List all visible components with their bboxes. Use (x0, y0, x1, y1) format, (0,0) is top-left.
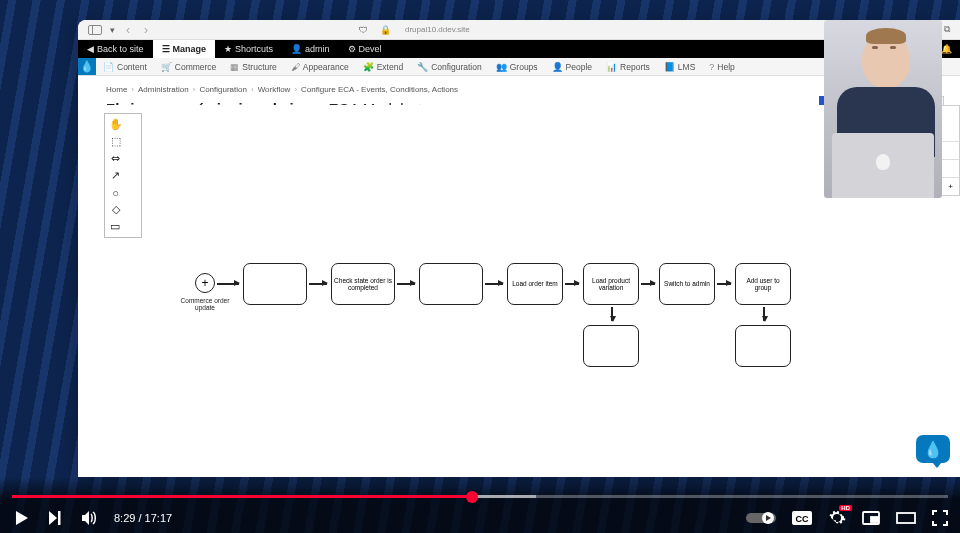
gateway-tool-icon[interactable]: ◇ (108, 202, 123, 217)
hamburger-icon: ☰ (162, 44, 170, 54)
breadcrumb: Home› Administration› Configuration› Wor… (106, 85, 944, 94)
chart-icon: 📊 (606, 62, 617, 72)
sequence-flow[interactable] (217, 283, 239, 285)
back-to-site-button[interactable]: ◀Back to site (78, 40, 153, 58)
drupal-chat-bubble[interactable]: 💧 (916, 435, 950, 463)
progress-bar[interactable] (12, 495, 948, 498)
sequence-flow[interactable] (309, 283, 327, 285)
star-icon: ★ (224, 44, 232, 54)
task-node[interactable] (243, 263, 307, 305)
groups-icon: 👥 (496, 62, 507, 72)
drupal-logo-icon[interactable]: 💧 (78, 58, 96, 75)
start-event-tool-icon[interactable]: ○ (108, 185, 123, 200)
captions-button[interactable]: CC (792, 511, 812, 525)
played-bar (12, 495, 472, 498)
menu-appearance[interactable]: 🖌Appearance (284, 58, 356, 75)
task-node[interactable] (419, 263, 483, 305)
menu-extend[interactable]: 🧩Extend (356, 58, 410, 75)
space-tool-icon[interactable]: ⇔ (108, 151, 123, 166)
shield-icon[interactable]: 🛡 (359, 25, 368, 35)
tabs-icon[interactable]: ⧉ (944, 24, 950, 35)
task-node[interactable]: Switch to admin (659, 263, 715, 305)
connect-tool-icon[interactable]: ↗ (108, 168, 123, 183)
menu-commerce[interactable]: 🛒Commerce (154, 58, 224, 75)
question-icon: ? (709, 62, 714, 72)
menu-people[interactable]: 👤People (545, 58, 599, 75)
menu-help[interactable]: ?Help (702, 58, 742, 75)
breadcrumb-item[interactable]: Configuration (199, 85, 247, 94)
svg-rect-7 (897, 513, 915, 523)
menu-groups[interactable]: 👥Groups (489, 58, 545, 75)
menu-reports[interactable]: 📊Reports (599, 58, 657, 75)
svg-text:CC: CC (796, 514, 809, 524)
scrubber-thumb[interactable] (466, 491, 478, 503)
presenter-webcam (824, 20, 942, 198)
task-node[interactable] (735, 325, 791, 367)
caret-left-icon: ◀ (87, 44, 94, 54)
next-button[interactable] (46, 509, 64, 527)
puzzle-icon: 🧩 (363, 62, 374, 72)
time-display: 8:29 / 17:17 (114, 512, 172, 524)
volume-button[interactable] (80, 509, 98, 527)
theater-button[interactable] (896, 511, 916, 525)
task-node[interactable]: Check state order is completed (331, 263, 395, 305)
play-button[interactable] (12, 509, 30, 527)
task-node[interactable] (583, 325, 639, 367)
hd-badge: HD (839, 505, 852, 511)
lock-icon: 🔒 (380, 25, 391, 35)
devel-tab[interactable]: ⚙Devel (339, 40, 391, 58)
sequence-flow[interactable] (641, 283, 655, 285)
file-icon: 📄 (103, 62, 114, 72)
brush-icon: 🖌 (291, 62, 300, 72)
svg-rect-0 (58, 511, 61, 525)
admin-user-tab[interactable]: 👤admin (282, 40, 339, 58)
task-node[interactable]: Add user to group (735, 263, 791, 305)
tool-palette: ✋ ⬚ ⇔ ↗ ○ ◇ ▭ (104, 113, 142, 238)
shortcuts-tab[interactable]: ★Shortcuts (215, 40, 282, 58)
cart-icon: 🛒 (161, 62, 172, 72)
menu-lms[interactable]: 📘LMS (657, 58, 702, 75)
lasso-tool-icon[interactable]: ⬚ (108, 134, 123, 149)
task-tool-icon[interactable]: ▭ (108, 219, 138, 234)
person-icon: 👤 (552, 62, 563, 72)
sequence-flow[interactable] (397, 283, 415, 285)
gear-icon: ⚙ (348, 44, 356, 54)
wrench-icon: 🔧 (417, 62, 428, 72)
video-controls: 8:29 / 17:17 CC HD (0, 477, 960, 533)
sequence-flow[interactable] (565, 283, 579, 285)
breadcrumb-item[interactable]: Home (106, 85, 127, 94)
sequence-flow[interactable] (485, 283, 503, 285)
breadcrumb-item[interactable]: Configure ECA - Events, Conditions, Acti… (301, 85, 458, 94)
menu-content[interactable]: 📄Content (96, 58, 154, 75)
url-text[interactable]: drupal10.ddev.site (405, 25, 470, 34)
miniplayer-button[interactable] (862, 511, 880, 525)
start-event[interactable]: + (195, 273, 215, 293)
menu-configuration[interactable]: 🔧Configuration (410, 58, 489, 75)
user-icon: 👤 (291, 44, 302, 54)
manage-tab[interactable]: ☰Manage (153, 40, 216, 58)
tab-dropdown-icon[interactable]: ▾ (110, 25, 115, 35)
sidebar-toggle-icon[interactable] (88, 25, 102, 35)
svg-rect-6 (871, 517, 878, 522)
task-node[interactable]: Load product variation (583, 263, 639, 305)
sequence-flow[interactable] (717, 283, 731, 285)
start-event-label: Commerce order update (177, 297, 233, 311)
forward-arrow-icon[interactable]: › (141, 23, 151, 37)
cube-icon: ▦ (230, 62, 239, 72)
apple-logo-icon (876, 154, 890, 170)
hand-tool-icon[interactable]: ✋ (108, 117, 123, 132)
task-node[interactable]: Load order item (507, 263, 563, 305)
settings-button[interactable]: HD (828, 509, 846, 527)
fullscreen-button[interactable] (932, 510, 948, 526)
sequence-flow[interactable] (763, 307, 765, 321)
breadcrumb-item[interactable]: Administration (138, 85, 189, 94)
book-icon: 📘 (664, 62, 675, 72)
breadcrumb-item[interactable]: Workflow (258, 85, 291, 94)
autoplay-toggle[interactable] (746, 511, 776, 525)
back-arrow-icon[interactable]: ‹ (123, 23, 133, 37)
menu-structure[interactable]: ▦Structure (223, 58, 284, 75)
sequence-flow[interactable] (611, 307, 613, 321)
plus-icon[interactable]: + (948, 182, 953, 191)
